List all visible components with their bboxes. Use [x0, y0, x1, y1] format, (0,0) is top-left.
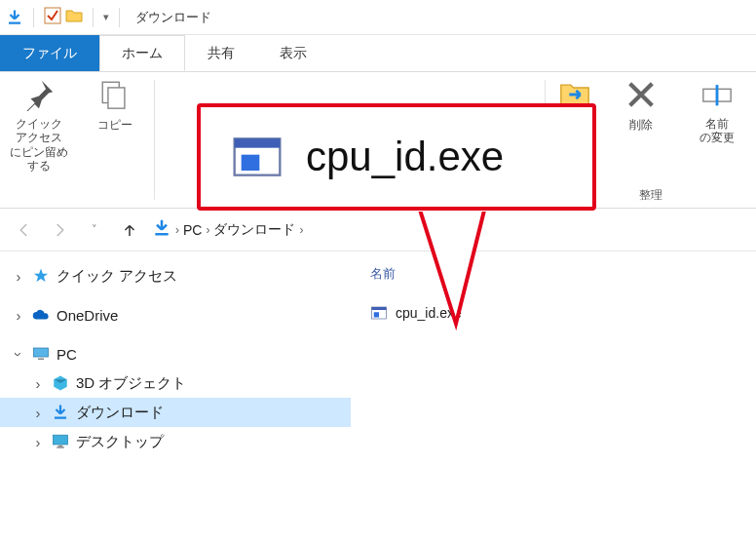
pin-button[interactable]: クイック アクセス にピン留めする	[10, 78, 68, 174]
download-arrow-icon	[51, 403, 70, 422]
delete-label: 削除	[629, 117, 653, 134]
desktop-icon	[51, 432, 70, 451]
callout-text: cpu_id.exe	[306, 134, 504, 180]
pc-icon	[31, 344, 51, 364]
svg-rect-7	[34, 348, 49, 357]
svg-rect-18	[242, 155, 260, 171]
crumb-downloads[interactable]: ダウンロード	[213, 221, 295, 239]
rename-label: 名前 の変更	[699, 117, 735, 145]
tab-share[interactable]: 共有	[185, 35, 257, 71]
chevron-right-icon[interactable]: ›	[31, 375, 45, 392]
cloud-icon	[31, 305, 51, 325]
copy-button[interactable]: コピー	[86, 78, 144, 174]
tree-3d-objects[interactable]: › 3D オブジェクト	[0, 368, 351, 398]
chevron-icon: ›	[206, 223, 209, 237]
tab-home[interactable]: ホーム	[99, 35, 185, 71]
tree-onedrive[interactable]: › OneDrive	[0, 300, 351, 329]
exe-icon	[230, 130, 284, 184]
svg-rect-8	[38, 359, 44, 361]
svg-rect-11	[58, 445, 63, 447]
group-label	[10, 190, 144, 204]
pin-label: クイック アクセス にピン留めする	[10, 117, 68, 174]
tree-label: 3D オブジェクト	[76, 374, 186, 393]
svg-rect-14	[372, 307, 387, 310]
qat-checkbox-icon[interactable]	[44, 7, 61, 28]
svg-rect-12	[57, 446, 64, 448]
separator	[93, 8, 94, 27]
tab-view[interactable]: 表示	[257, 35, 329, 71]
callout-bubble: cpu_id.exe	[197, 103, 596, 211]
tree-label: PC	[57, 346, 77, 363]
tree-quick-access[interactable]: › クイック アクセス	[0, 261, 351, 290]
tree-pc[interactable]: › PC	[0, 339, 351, 368]
tree-label: ダウンロード	[76, 404, 164, 422]
rename-button[interactable]: 名前 の変更	[688, 78, 746, 145]
ribbon-tabs: ファイル ホーム 共有 表示	[0, 35, 756, 72]
qat-folder-icon[interactable]	[65, 7, 83, 28]
exe-icon	[370, 304, 388, 322]
svg-rect-17	[235, 138, 281, 147]
main-area: › クイック アクセス › OneDrive › PC ›	[0, 252, 756, 542]
recent-dropdown[interactable]: ˅	[82, 217, 107, 243]
chevron-right-icon[interactable]: ›	[12, 268, 25, 285]
star-icon	[31, 266, 51, 286]
chevron-right-icon[interactable]: ›	[12, 307, 25, 324]
chevron-right-icon[interactable]: ›	[31, 405, 45, 421]
callout-pointer	[409, 207, 497, 333]
chevron-icon: ›	[175, 223, 179, 237]
svg-rect-1	[45, 8, 60, 23]
window-title: ダウンロード	[135, 9, 211, 26]
svg-marker-19	[419, 207, 485, 324]
tree-label: デスクトップ	[76, 433, 164, 451]
crumb-pc[interactable]: PC	[183, 222, 202, 238]
forward-button[interactable]	[47, 217, 72, 243]
back-button[interactable]	[12, 217, 37, 243]
title-bar: ▾ ダウンロード	[0, 0, 756, 35]
tree-label: クイック アクセス	[57, 267, 177, 286]
separator	[33, 8, 34, 27]
svg-rect-15	[374, 312, 379, 317]
chevron-down-icon[interactable]: ›	[11, 347, 27, 361]
svg-rect-5	[716, 85, 719, 105]
svg-rect-3	[108, 88, 125, 108]
separator	[119, 8, 120, 27]
tree-desktop[interactable]: › デスクトップ	[0, 427, 351, 456]
svg-rect-6	[155, 233, 168, 236]
nav-tree: › クイック アクセス › OneDrive › PC ›	[0, 252, 351, 542]
svg-rect-10	[54, 435, 68, 445]
delete-button[interactable]: 削除	[612, 78, 670, 145]
svg-rect-9	[55, 417, 66, 419]
svg-rect-0	[9, 21, 20, 23]
tree-label: OneDrive	[57, 307, 118, 324]
up-button[interactable]	[117, 217, 142, 243]
nav-row: ˅ › PC › ダウンロード ›	[0, 209, 756, 252]
tree-downloads[interactable]: › ダウンロード	[0, 398, 351, 427]
app-icon	[6, 9, 23, 26]
qat-overflow-icon[interactable]: ▾	[103, 11, 109, 23]
chevron-icon: ›	[299, 223, 303, 237]
tab-file[interactable]: ファイル	[0, 35, 99, 71]
download-arrow-icon	[152, 218, 171, 241]
cube-icon	[51, 373, 70, 393]
copy-label: コピー	[97, 117, 132, 134]
chevron-right-icon[interactable]: ›	[31, 434, 45, 450]
